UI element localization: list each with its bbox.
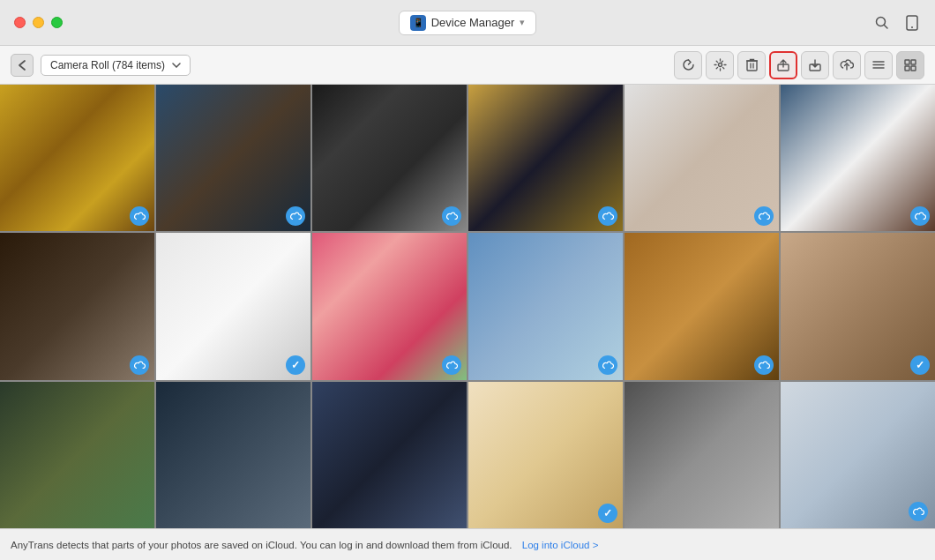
cloud-badge	[910, 206, 930, 226]
photo-item[interactable]	[156, 382, 310, 528]
bottom-bar: AnyTrans detects that parts of your phot…	[0, 528, 935, 560]
close-button[interactable]	[14, 17, 26, 28]
device-icon[interactable]	[903, 14, 921, 32]
svg-point-4	[718, 63, 722, 67]
svg-rect-16	[905, 66, 909, 71]
cloud-badge	[286, 206, 305, 226]
photo-item[interactable]	[0, 233, 154, 379]
traffic-lights	[14, 17, 63, 28]
bottom-message: AnyTrans detects that parts of your phot…	[11, 540, 512, 550]
photo-item[interactable]	[781, 85, 935, 231]
photo-item[interactable]	[625, 382, 779, 528]
grid-view-button[interactable]	[896, 51, 924, 79]
minimize-button[interactable]	[33, 17, 44, 28]
delete-button[interactable]	[737, 51, 766, 79]
search-icon[interactable]	[873, 14, 891, 32]
title-chevron-icon: ▾	[520, 17, 525, 28]
selected-check-badge: ✓	[286, 355, 305, 375]
refresh-button[interactable]	[674, 51, 702, 79]
titlebar: 📱 Device Manager ▾	[0, 0, 935, 46]
photo-item-selected[interactable]: ✓	[156, 233, 310, 379]
cloud-badge	[130, 355, 149, 375]
breadcrumb-dropdown[interactable]: Camera Roll (784 items)	[41, 55, 191, 76]
selected-check-badge: ✓	[598, 504, 617, 523]
selected-check-badge: ✓	[910, 355, 930, 375]
photo-item[interactable]	[312, 85, 467, 231]
import-button[interactable]	[801, 51, 829, 79]
photo-item[interactable]	[625, 85, 779, 231]
back-button[interactable]	[11, 54, 34, 77]
svg-rect-15	[911, 60, 916, 64]
photo-item[interactable]	[0, 85, 154, 231]
cloud-badge	[754, 206, 774, 226]
photo-item[interactable]	[781, 382, 935, 528]
upload-icloud-button[interactable]	[833, 51, 861, 79]
cloud-badge	[754, 355, 774, 375]
photo-grid: ✓ ✓ ✓	[0, 85, 935, 528]
icloud-login-link[interactable]: Log into iCloud >	[522, 540, 599, 550]
cloud-badge	[130, 206, 149, 226]
photo-item-selected[interactable]: ✓	[468, 382, 623, 528]
photo-item[interactable]	[312, 233, 467, 379]
photo-item[interactable]	[468, 233, 623, 379]
cloud-badge	[909, 502, 928, 521]
cloud-badge	[442, 206, 461, 226]
photo-item[interactable]	[625, 233, 779, 379]
app-title: Device Manager	[431, 16, 515, 29]
cloud-badge	[598, 206, 617, 226]
photo-item[interactable]	[468, 85, 623, 231]
app-icon: 📱	[410, 15, 426, 31]
list-view-button[interactable]	[864, 51, 893, 79]
svg-rect-14	[905, 60, 909, 64]
svg-line-1	[885, 25, 888, 28]
titlebar-right-actions	[873, 14, 921, 32]
photo-item-selected[interactable]: ✓	[781, 233, 935, 379]
svg-rect-5	[747, 61, 757, 71]
svg-point-3	[911, 26, 913, 28]
app-title-bar[interactable]: 📱 Device Manager ▾	[399, 11, 537, 35]
photo-item[interactable]	[312, 382, 467, 528]
cloud-badge	[442, 355, 461, 375]
export-button[interactable]	[769, 51, 797, 79]
svg-rect-17	[911, 66, 916, 71]
toolbar-actions	[674, 51, 924, 79]
settings-button[interactable]	[706, 51, 734, 79]
breadcrumb-label: Camera Roll (784 items)	[50, 59, 165, 71]
photo-item[interactable]	[156, 85, 310, 231]
cloud-badge	[598, 355, 617, 375]
photo-item[interactable]	[0, 382, 154, 528]
maximize-button[interactable]	[51, 17, 63, 28]
toolbar: Camera Roll (784 items)	[0, 46, 935, 85]
